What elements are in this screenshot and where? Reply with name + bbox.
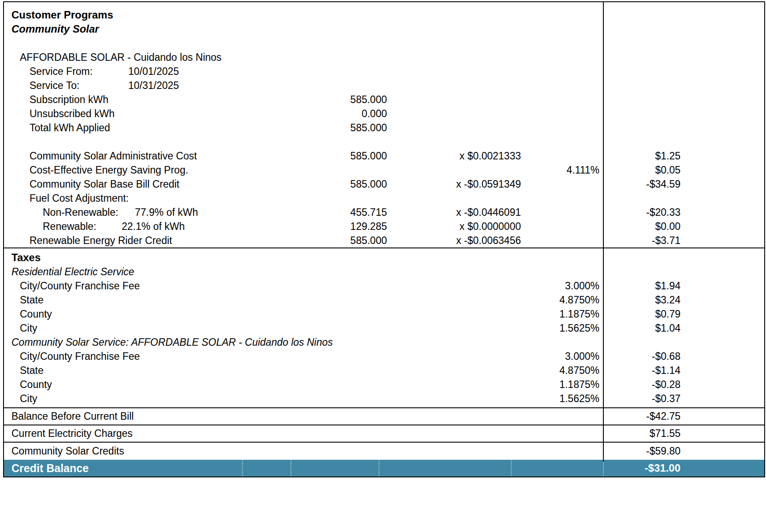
fuel-line-qty: 455.715 xyxy=(290,205,387,219)
community-solar-service-subtitle: Community Solar Service: AFFORDABLE SOLA… xyxy=(4,335,764,349)
customer-programs-section: Customer Programs Community Solar AFFORD… xyxy=(4,2,764,248)
program-title: AFFORDABLE SOLAR - Cuidando los Ninos xyxy=(4,50,764,64)
credit-balance-label: Credit Balance xyxy=(4,462,603,475)
fuel-line-amount: $0.00 xyxy=(603,219,764,233)
tax-amount: $1.94 xyxy=(603,279,764,293)
line-item-amount: $0.05 xyxy=(603,163,764,177)
line-item-label: Community Solar Base Bill Credit xyxy=(4,177,290,191)
line-item-qty: 585.000 xyxy=(290,233,387,248)
fuel-line-name: Renewable: xyxy=(43,219,122,233)
column-separator xyxy=(290,460,291,477)
fuel-line-qty: 129.285 xyxy=(290,219,387,233)
column-separator xyxy=(242,460,243,477)
tax-label: City xyxy=(4,321,521,335)
usage-label: Subscription kWh xyxy=(4,92,290,107)
tax-pct: 1.5625% xyxy=(521,392,603,406)
taxes-title: Taxes xyxy=(4,251,764,265)
tax-subheader-row: Community Solar Service: AFFORDABLE SOLA… xyxy=(4,335,764,349)
line-item-rate: x -$0.0591349 xyxy=(387,177,521,191)
line-item-rate: x -$0.0063456 xyxy=(387,233,521,248)
spacer-row xyxy=(4,36,764,50)
solar-credits-row: Community Solar Credits -$59.80 xyxy=(4,443,764,460)
column-separator xyxy=(379,460,379,477)
tax-label: County xyxy=(4,377,521,392)
credit-balance-amount: -$31.00 xyxy=(603,462,764,474)
tax-pct: 3.000% xyxy=(521,349,603,363)
tax-amount: $0.79 xyxy=(603,307,764,321)
tax-subheader-row: Residential Electric Service xyxy=(4,265,764,279)
customer-programs-title: Customer Programs xyxy=(4,8,764,22)
service-from: Service From:10/01/2025 xyxy=(4,64,603,78)
line-item-amount: -$3.71 xyxy=(603,233,764,248)
tax-amount: $3.24 xyxy=(603,293,764,307)
tax-pct: 1.1875% xyxy=(521,307,603,321)
fuel-line-detail: 22.1% of kWh xyxy=(122,221,185,232)
tax-line-row: State 4.8750% -$1.14 xyxy=(4,363,764,377)
tax-amount: -$0.68 xyxy=(603,349,764,363)
service-from-row: Service From:10/01/2025 xyxy=(4,64,764,78)
usage-label: Total kWh Applied xyxy=(4,121,290,135)
fuel-line-detail: 77.9% of kWh xyxy=(135,207,198,218)
line-item-qty: 585.000 xyxy=(290,149,387,163)
usage-qty: 585.000 xyxy=(290,121,387,135)
tax-line-row: City/County Franchise Fee 3.000% $1.94 xyxy=(4,279,764,293)
tax-pct: 1.1875% xyxy=(521,377,603,392)
current-charges-amount: $71.55 xyxy=(603,428,764,440)
fuel-cost-adjustment-header: Fuel Cost Adjustment: xyxy=(4,191,290,205)
line-item-label: Renewable Energy Rider Credit xyxy=(4,233,290,248)
fuel-line-amount: -$20.33 xyxy=(603,205,764,219)
solar-credits-amount: -$59.80 xyxy=(603,445,764,457)
column-separator xyxy=(511,460,512,477)
taxes-section: Taxes Residential Electric Service City/… xyxy=(4,248,764,408)
service-to-row: Service To:10/31/2025 xyxy=(4,78,764,92)
section-header-row: Taxes xyxy=(4,251,764,265)
tax-line-row: State 4.8750% $3.24 xyxy=(4,293,764,307)
usage-label: Unsubscribed kWh xyxy=(4,107,290,121)
solar-credits-label: Community Solar Credits xyxy=(4,445,603,457)
column-separator xyxy=(603,460,604,477)
balance-before-label: Balance Before Current Bill xyxy=(4,410,603,422)
spacer-row xyxy=(4,135,764,149)
fuel-line-label: Renewable:22.1% of kWh xyxy=(4,219,290,233)
line-item-label: Community Solar Administrative Cost xyxy=(4,149,290,163)
line-item-pct: 4.111% xyxy=(521,163,603,177)
line-item-row: Community Solar Base Bill Credit 585.000… xyxy=(4,177,764,191)
line-item-row: Fuel Cost Adjustment: xyxy=(4,191,764,205)
fuel-line-name: Non-Renewable: xyxy=(43,205,135,219)
usage-qty: 585.000 xyxy=(290,92,387,107)
line-item-row: Renewable Energy Rider Credit 585.000 x … xyxy=(4,233,764,248)
tax-amount: -$0.28 xyxy=(603,377,764,392)
tax-line-row: County 1.1875% $0.79 xyxy=(4,307,764,321)
usage-row: Subscription kWh 585.000 xyxy=(4,92,764,107)
line-item-rate: x $0.0021333 xyxy=(387,149,521,163)
fuel-line-rate: x -$0.0446091 xyxy=(387,205,521,219)
community-solar-subtitle: Community Solar xyxy=(4,22,764,36)
balance-before-row: Balance Before Current Bill -$42.75 xyxy=(4,408,764,425)
tax-label: State xyxy=(4,363,521,377)
amount-column-divider xyxy=(603,2,604,462)
credit-balance-row: Credit Balance -$31.00 xyxy=(4,460,764,477)
service-to-value: 10/31/2025 xyxy=(128,80,179,91)
tax-amount: -$0.37 xyxy=(603,392,764,406)
section-header-row: Customer Programs xyxy=(4,8,764,22)
tax-pct: 3.000% xyxy=(521,279,603,293)
service-to-label: Service To: xyxy=(30,78,128,92)
tax-pct: 4.8750% xyxy=(521,363,603,377)
tax-label: State xyxy=(4,293,521,307)
fuel-line-rate: x $0.0000000 xyxy=(387,219,521,233)
tax-label: County xyxy=(4,307,521,321)
line-item-label: Cost-Effective Energy Saving Prog. xyxy=(4,163,290,177)
service-from-label: Service From: xyxy=(30,64,128,78)
line-item-row: Cost-Effective Energy Saving Prog. 4.111… xyxy=(4,163,764,177)
line-item-amount: $1.25 xyxy=(603,149,764,163)
tax-pct: 4.8750% xyxy=(521,293,603,307)
service-to: Service To:10/31/2025 xyxy=(4,78,603,92)
residential-service-subtitle: Residential Electric Service xyxy=(4,265,764,279)
tax-line-row: County 1.1875% -$0.28 xyxy=(4,377,764,392)
balance-before-amount: -$42.75 xyxy=(603,410,764,422)
tax-amount: $1.04 xyxy=(603,321,764,335)
current-charges-row: Current Electricity Charges $71.55 xyxy=(4,425,764,443)
program-title-row: AFFORDABLE SOLAR - Cuidando los Ninos xyxy=(4,50,764,64)
current-charges-label: Current Electricity Charges xyxy=(4,428,603,440)
tax-amount: -$1.14 xyxy=(603,363,764,377)
